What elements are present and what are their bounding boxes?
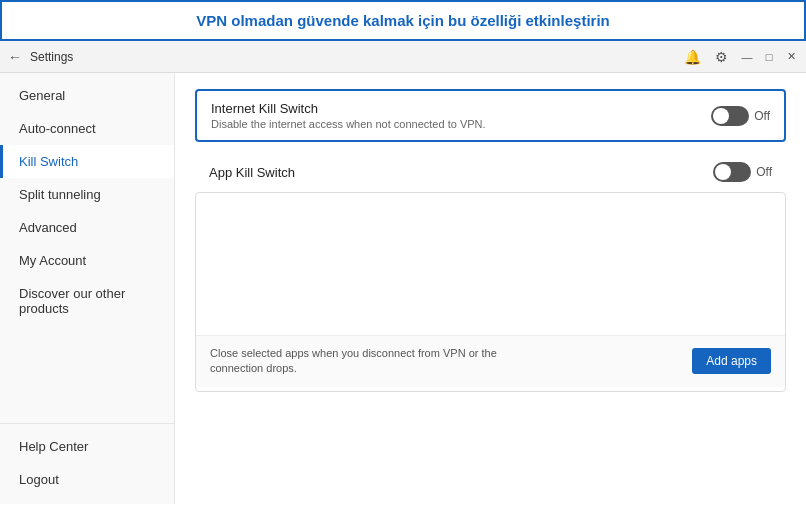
sidebar-item-auto-connect[interactable]: Auto-connect (0, 112, 174, 145)
aks-toggle[interactable] (713, 162, 751, 182)
gear-icon[interactable]: ⚙ (715, 49, 728, 65)
titlebar: ← Settings 🔔 ⚙ — □ ✕ (0, 41, 806, 73)
aks-box-footer: Close selected apps when you disconnect … (196, 335, 785, 387)
aks-toggle-container: Off (713, 162, 772, 182)
window-title: Settings (30, 50, 684, 64)
aks-box-description: Close selected apps when you disconnect … (210, 346, 510, 377)
sidebar: General Auto-connect Kill Switch Split t… (0, 73, 175, 504)
internet-kill-switch-row: Internet Kill Switch Disable the interne… (195, 89, 786, 142)
aks-toggle-label: Off (756, 165, 772, 179)
iks-label: Internet Kill Switch (211, 101, 711, 116)
app-kill-switch-row: App Kill Switch Off (195, 156, 786, 192)
top-banner: VPN olmadan güvende kalmak için bu özell… (0, 0, 806, 41)
add-apps-button[interactable]: Add apps (692, 348, 771, 374)
sidebar-item-advanced[interactable]: Advanced (0, 211, 174, 244)
sidebar-item-split-tunneling[interactable]: Split tunneling (0, 178, 174, 211)
iks-description: Disable the internet access when not con… (211, 118, 711, 130)
close-button[interactable]: ✕ (784, 50, 798, 64)
sidebar-item-kill-switch[interactable]: Kill Switch (0, 145, 174, 178)
sidebar-nav: General Auto-connect Kill Switch Split t… (0, 79, 174, 423)
aks-box: Close selected apps when you disconnect … (195, 192, 786, 392)
bell-icon[interactable]: 🔔 (684, 49, 701, 65)
sidebar-item-my-account[interactable]: My Account (0, 244, 174, 277)
iks-toggle-label: Off (754, 109, 770, 123)
iks-toggle-container: Off (711, 106, 770, 126)
back-button[interactable]: ← (8, 49, 22, 65)
aks-label: App Kill Switch (209, 165, 295, 180)
sidebar-bottom: Help Center Logout (0, 423, 174, 504)
sidebar-item-general[interactable]: General (0, 79, 174, 112)
aks-box-content (196, 193, 785, 335)
sidebar-item-help-center[interactable]: Help Center (0, 430, 174, 463)
maximize-button[interactable]: □ (762, 50, 776, 64)
iks-toggle[interactable] (711, 106, 749, 126)
minimize-button[interactable]: — (740, 50, 754, 64)
sidebar-item-logout[interactable]: Logout (0, 463, 174, 496)
sidebar-item-discover[interactable]: Discover our other products (0, 277, 174, 325)
titlebar-icons: 🔔 ⚙ (684, 49, 728, 65)
main-content: Internet Kill Switch Disable the interne… (175, 73, 806, 504)
window-controls: — □ ✕ (740, 50, 798, 64)
iks-text: Internet Kill Switch Disable the interne… (211, 101, 711, 130)
app-layout: General Auto-connect Kill Switch Split t… (0, 73, 806, 504)
